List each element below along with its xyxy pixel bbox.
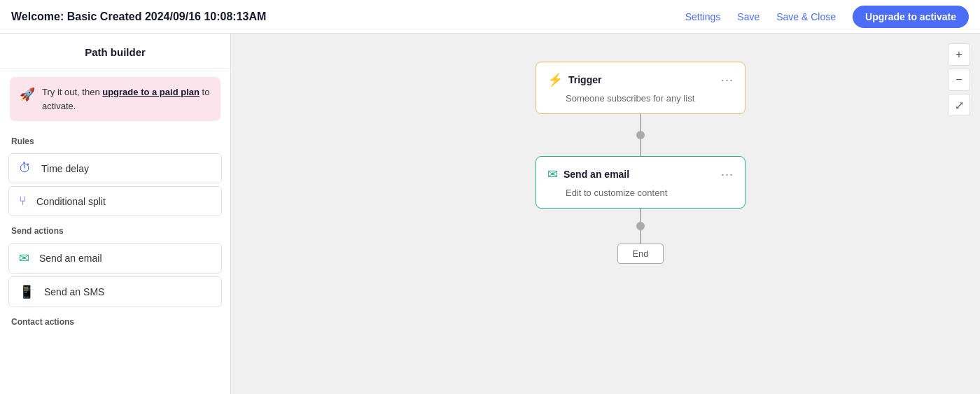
end-node: End	[617, 244, 663, 264]
trigger-title: Trigger	[568, 74, 601, 85]
rocket-icon: 🚀	[20, 85, 35, 104]
upgrade-button[interactable]: Upgrade to activate	[853, 6, 969, 28]
email-node-desc: Edit to customize content	[547, 188, 734, 198]
banner-text-before: Try it out, then	[42, 87, 102, 97]
connector-dot-2	[636, 222, 645, 230]
send-actions-section-label: Send actions	[0, 219, 230, 240]
zoom-out-button[interactable]: −	[948, 69, 970, 91]
header: Welcome: Basic Created 2024/09/16 10:08:…	[0, 0, 980, 34]
email-node-title: Send an email	[564, 169, 629, 180]
connector-1	[640, 114, 641, 156]
settings-link[interactable]: Settings	[685, 11, 721, 22]
flow-diagram: ⚡ Trigger ··· Someone subscribes for any…	[536, 62, 746, 264]
page-title: Welcome: Basic Created 2024/09/16 10:08:…	[11, 10, 266, 23]
sidebar: Path builder 🚀 Try it out, then upgrade …	[0, 34, 231, 394]
sidebar-item-time-delay[interactable]: ⏱ Time delay	[8, 153, 222, 183]
rules-section-label: Rules	[0, 129, 230, 150]
canvas: + − ⤢ ⚡ Trigger ··· Someone subscribes f…	[231, 34, 980, 394]
upgrade-link[interactable]: upgrade to a paid plan	[102, 87, 200, 97]
email-node-header: ✉ Send an email ···	[547, 167, 734, 182]
zoom-controls: + − ⤢	[948, 43, 970, 116]
zoom-fit-button[interactable]: ⤢	[948, 94, 970, 116]
trigger-icon: ⚡	[547, 72, 563, 87]
sidebar-item-send-email[interactable]: ✉ Send an email	[8, 243, 222, 274]
contact-actions-section-label: Contact actions	[0, 310, 230, 331]
main-layout: Path builder 🚀 Try it out, then upgrade …	[0, 34, 980, 394]
conditional-split-label: Conditional split	[36, 196, 106, 207]
trigger-node: ⚡ Trigger ··· Someone subscribes for any…	[536, 62, 746, 114]
email-icon: ✉	[19, 251, 29, 266]
send-sms-label: Send an SMS	[44, 286, 104, 297]
email-menu-button[interactable]: ···	[721, 168, 734, 181]
trigger-desc: Someone subscribes for any list	[547, 93, 734, 104]
time-delay-label: Time delay	[41, 163, 89, 174]
sidebar-item-send-sms[interactable]: 📱 Send an SMS	[8, 276, 222, 307]
end-label: End	[632, 248, 648, 259]
save-close-link[interactable]: Save & Close	[776, 11, 836, 22]
trigger-node-header: ⚡ Trigger ···	[547, 72, 734, 87]
sms-icon: 📱	[19, 284, 34, 300]
banner-text: Try it out, then upgrade to a paid plan …	[42, 85, 211, 113]
save-link[interactable]: Save	[737, 11, 760, 22]
header-actions: Settings Save Save & Close Upgrade to ac…	[685, 6, 969, 28]
sidebar-title: Path builder	[0, 34, 230, 69]
zoom-in-button[interactable]: +	[948, 43, 970, 66]
sidebar-item-conditional-split[interactable]: ⑂ Conditional split	[8, 186, 222, 216]
email-title-row: ✉ Send an email	[547, 167, 629, 182]
clock-icon: ⏱	[19, 161, 31, 176]
email-node-icon: ✉	[547, 167, 558, 182]
trigger-menu-button[interactable]: ···	[721, 73, 734, 86]
email-node[interactable]: ✉ Send an email ··· Edit to customize co…	[536, 156, 746, 209]
trigger-title-row: ⚡ Trigger	[547, 72, 601, 87]
connector-2	[640, 209, 641, 244]
send-email-label: Send an email	[39, 253, 102, 264]
connector-dot-1	[636, 131, 645, 139]
upgrade-banner: 🚀 Try it out, then upgrade to a paid pla…	[10, 77, 220, 121]
split-icon: ⑂	[19, 194, 27, 209]
